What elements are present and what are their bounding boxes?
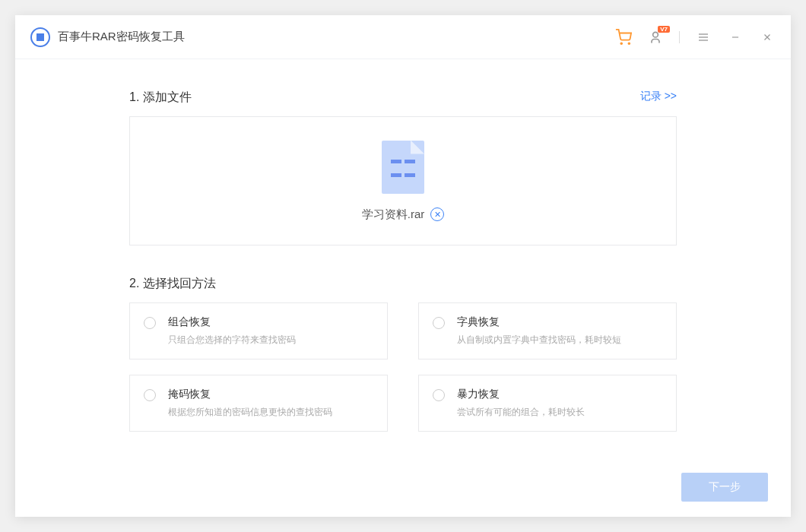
divider	[679, 31, 680, 43]
cart-icon[interactable]	[615, 29, 632, 46]
method-desc: 从自制或内置字典中查找密码，耗时较短	[457, 334, 621, 347]
method-bruteforce[interactable]: 暴力恢复 尝试所有可能的组合，耗时较长	[418, 375, 677, 432]
titlebar: 百事牛RAR密码恢复工具 V7	[15, 15, 791, 59]
method-dictionary[interactable]: 字典恢复 从自制或内置字典中查找密码，耗时较短	[418, 302, 677, 359]
method-combination[interactable]: 组合恢复 只组合您选择的字符来查找密码	[129, 302, 388, 359]
method-desc: 只组合您选择的字符来查找密码	[168, 334, 296, 347]
next-button[interactable]: 下一步	[681, 473, 768, 502]
footer: 下一步	[15, 458, 791, 517]
file-drop-area[interactable]: 学习资料.rar ✕	[129, 116, 677, 245]
user-icon[interactable]: V7	[647, 29, 664, 46]
file-name-row: 学习资料.rar ✕	[362, 207, 445, 222]
svg-point-2	[653, 32, 658, 37]
section2-title: 2. 选择找回方法	[129, 276, 677, 292]
methods-grid: 组合恢复 只组合您选择的字符来查找密码 字典恢复 从自制或内置字典中查找密码，耗…	[129, 302, 677, 432]
file-icon	[382, 141, 424, 194]
radio-icon	[433, 389, 445, 401]
radio-icon	[144, 317, 156, 329]
method-desc: 根据您所知道的密码信息更快的查找密码	[168, 406, 332, 419]
vip-badge: V7	[658, 26, 670, 33]
titlebar-controls: V7	[615, 29, 776, 46]
method-title: 字典恢复	[457, 315, 621, 329]
close-icon[interactable]	[759, 29, 776, 46]
section1-title: 1. 添加文件	[129, 90, 677, 106]
logo-box: 百事牛RAR密码恢复工具	[30, 27, 185, 47]
minimize-icon[interactable]	[727, 29, 744, 46]
method-title: 组合恢复	[168, 315, 296, 329]
app-title: 百事牛RAR密码恢复工具	[58, 30, 185, 44]
method-title: 暴力恢复	[457, 388, 585, 401]
records-link[interactable]: 记录 >>	[640, 90, 677, 103]
app-window: 百事牛RAR密码恢复工具 V7 1. 添加文件 记录 >>	[15, 15, 791, 517]
file-name: 学习资料.rar	[362, 207, 425, 222]
method-mask[interactable]: 掩码恢复 根据您所知道的密码信息更快的查找密码	[129, 375, 388, 432]
main-content: 1. 添加文件 记录 >> 学习资料.rar ✕ 2. 选择找回方法 组合恢复	[15, 59, 791, 458]
radio-icon	[433, 317, 445, 329]
menu-icon[interactable]	[695, 29, 712, 46]
svg-point-0	[620, 43, 622, 44]
remove-file-button[interactable]: ✕	[430, 207, 444, 221]
svg-point-1	[628, 43, 630, 44]
app-logo-icon	[30, 27, 50, 47]
radio-icon	[144, 389, 156, 401]
method-desc: 尝试所有可能的组合，耗时较长	[457, 406, 585, 419]
method-title: 掩码恢复	[168, 388, 332, 401]
